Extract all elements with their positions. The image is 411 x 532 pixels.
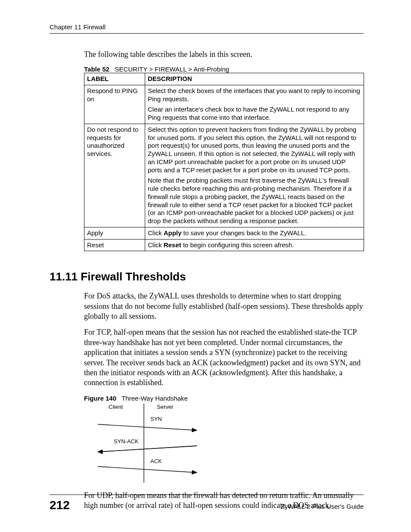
figure-number: Figure 140 <box>84 395 116 402</box>
table-row: Respond to PING on Select the check boxe… <box>84 85 364 124</box>
desc-text: Clear an interface's check box to have t… <box>148 106 361 122</box>
table-number: Table 52 <box>84 65 109 73</box>
cell-description: Click Reset to begin configuring this sc… <box>145 239 364 251</box>
col-header-label: LABEL <box>84 73 145 85</box>
cell-description: Select the check boxes of the interfaces… <box>145 85 364 124</box>
desc-text: Select this option to prevent hackers fr… <box>148 126 361 174</box>
figure-caption: Figure 140 Three-Way Handshake <box>84 395 364 402</box>
col-header-description: DESCRIPTION <box>145 73 364 85</box>
desc-text: to begin configuring this screen afresh. <box>181 241 294 249</box>
cell-description: Select this option to prevent hackers fr… <box>145 124 364 227</box>
desc-text: to save your changes back to the ZyWALL. <box>181 229 306 236</box>
label-syn: SYN <box>150 416 162 422</box>
label-syn-ack: SYN-ACK <box>114 438 139 445</box>
desc-text: Select the check boxes of the interfaces… <box>148 87 361 103</box>
desc-text: Note that the probing packets must first… <box>148 177 361 225</box>
body-paragraph: For TCP, half-open means that the sessio… <box>84 327 364 388</box>
guide-title: ZyWALL 2 Plus User's Guide <box>280 503 364 510</box>
table-caption-text: SECURITY > FIREWALL > Anti-Probing <box>115 65 229 73</box>
table-row: Apply Click Apply to save your changes b… <box>84 227 364 239</box>
page-number: 212 <box>50 498 70 512</box>
label-ack: ACK <box>150 458 162 464</box>
cell-label: Apply <box>84 227 145 239</box>
table-row: Do not respond to requests for unauthori… <box>84 124 364 227</box>
desc-bold: Apply <box>164 229 182 236</box>
desc-text: Click <box>148 229 164 236</box>
page-footer: 212 ZyWALL 2 Plus User's Guide <box>50 495 364 512</box>
section-heading: 11.11 Firewall Thresholds <box>50 270 364 283</box>
cell-description: Click Apply to save your changes back to… <box>145 227 364 239</box>
table-row: Reset Click Reset to begin configuring t… <box>84 239 364 251</box>
handshake-diagram: Client Server SYN SYN-ACK ACK <box>94 403 206 485</box>
page: Chapter 11 Firewall The following table … <box>0 0 411 532</box>
table-caption: Table 52 SECURITY > FIREWALL > Anti-Prob… <box>84 65 364 73</box>
figure-caption-text: Three-Way Handshake <box>121 395 188 402</box>
label-server: Server <box>157 404 174 410</box>
label-client: Client <box>109 404 123 410</box>
svg-line-5 <box>98 446 197 452</box>
desc-bold: Reset <box>164 241 181 249</box>
svg-line-1 <box>98 424 197 430</box>
table-header-row: LABEL DESCRIPTION <box>84 73 364 85</box>
cell-label: Do not respond to requests for unauthori… <box>84 124 145 227</box>
intro-paragraph: The following table describes the labels… <box>84 50 364 59</box>
running-header: Chapter 11 Firewall <box>50 23 364 34</box>
description-table: LABEL DESCRIPTION Respond to PING on Sel… <box>84 73 364 251</box>
cell-label: Respond to PING on <box>84 85 145 124</box>
cell-label: Reset <box>84 239 145 251</box>
figure-three-way-handshake: Client Server SYN SYN-ACK ACK <box>94 403 364 486</box>
svg-line-6 <box>98 467 197 473</box>
body-paragraph: For DoS attacks, the ZyWALL uses thresho… <box>84 291 364 321</box>
desc-text: Click <box>148 241 164 249</box>
